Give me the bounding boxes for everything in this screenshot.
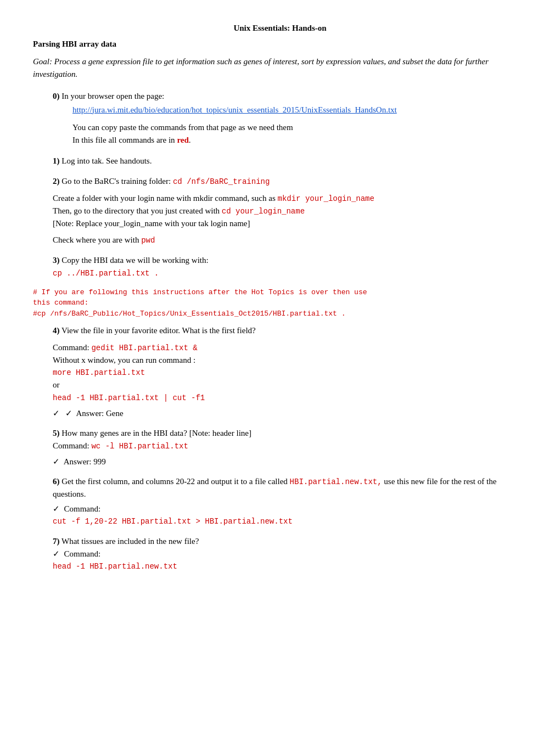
step-0-text: In your browser open the page: — [61, 92, 164, 100]
step-4-command: Command: gedit HBI.partial.txt & — [53, 341, 527, 354]
step-6-answer-check: ✓ Command: — [53, 503, 527, 515]
step-2-code1: cd /nfs/BaRC_training — [173, 177, 270, 186]
step-5-num: 5) — [53, 429, 60, 437]
step-4-more-code: more HBI.partial.txt — [53, 366, 527, 379]
step-3-comment-2: #cp /nfs/BaRC_Public/Hot_Topics/Unix_Ess… — [33, 308, 527, 319]
step-0: 0) In your browser open the page: http:/… — [53, 90, 527, 146]
step-0-num: 0) — [53, 92, 60, 100]
step-0-note2: In this file all commands are in red. — [72, 134, 527, 147]
step-6: 6) Get the first column, and columns 20-… — [53, 475, 527, 527]
step-3-code: cp ../HBI.partial.txt . — [53, 267, 527, 279]
step-4-answer: ✓ Answer: Gene — [53, 407, 527, 420]
step-2-body3: [Note: Replace your_login_name with your… — [53, 217, 527, 230]
step-5-command: Command: wc -l HBI.partial.txt — [53, 440, 527, 452]
step-4-without-x: Without x window, you can run command : — [53, 354, 527, 367]
step-6-code-inline: HBI.partial.new.txt, — [290, 478, 382, 486]
step-3-text: Copy the HBI data we will be working wit… — [61, 256, 208, 265]
step-2-body1: Create a folder with your login name wit… — [53, 192, 527, 205]
step-2-body4: Check where you are with pwd — [53, 234, 527, 246]
step-7-answer-check: ✓ Command: — [53, 548, 527, 560]
step-0-note1: You can copy paste the commands from tha… — [72, 121, 527, 134]
step-7-command-code: head -1 HBI.partial.new.txt — [53, 560, 527, 572]
step-1-num: 1) — [53, 156, 60, 165]
step-5: 5) How many genes are in the HBI data? [… — [53, 427, 527, 468]
step-2-text-before: Go to the BaRC's training folder: — [61, 177, 173, 186]
step-4-or: or — [53, 379, 527, 391]
step-5-answer: ✓ Answer: 999 — [53, 456, 527, 468]
step-4: 4) View the file in your favorite editor… — [53, 324, 527, 419]
step-7-num: 7) — [53, 537, 60, 546]
step-4-num: 4) — [53, 326, 60, 335]
step-3-comments: # If you are following this instructions… — [33, 287, 527, 319]
step-4-text: View the file in your favorite editor. W… — [61, 326, 256, 335]
step-3-comment-0: # If you are following this instructions… — [33, 287, 527, 298]
step-2: 2) Go to the BaRC's training folder: cd … — [53, 175, 527, 247]
step-2-body2: Then, go to the directory that you just … — [53, 205, 527, 217]
step-6-command-code: cut -f 1,20-22 HBI.partial.txt > HBI.par… — [53, 515, 527, 527]
step-0-link[interactable]: http://jura.wi.mit.edu/bio/education/hot… — [72, 105, 397, 114]
step-6-text-before: Get the first column, and columns 20-22 … — [61, 477, 289, 486]
step-4-head-code: head -1 HBI.partial.txt | cut -f1 — [53, 391, 527, 404]
step-0-notes: You can copy paste the commands from tha… — [72, 121, 527, 146]
step-3-num: 3) — [53, 256, 60, 265]
page-title: Unix Essentials: Hands-on — [33, 22, 527, 35]
section-title: Parsing HBI array data — [33, 38, 527, 50]
step-7-text: What tissues are included in the new fil… — [61, 537, 199, 546]
step-3: 3) Copy the HBI data we will be working … — [53, 254, 527, 279]
step-1-text: Log into tak. See handouts. — [61, 156, 152, 165]
step-5-text: How many genes are in the HBI data? [Not… — [61, 429, 251, 437]
step-2-num: 2) — [53, 177, 60, 186]
step-1: 1) Log into tak. See handouts. — [53, 155, 527, 167]
step-3-comment-1: this command: — [33, 297, 527, 308]
goal-text: Goal: Process a gene expression file to … — [33, 55, 527, 80]
step-7: 7) What tissues are included in the new … — [53, 535, 527, 572]
step-0-link-container: http://jura.wi.mit.edu/bio/education/hot… — [72, 104, 527, 116]
step-6-num: 6) — [53, 477, 60, 486]
